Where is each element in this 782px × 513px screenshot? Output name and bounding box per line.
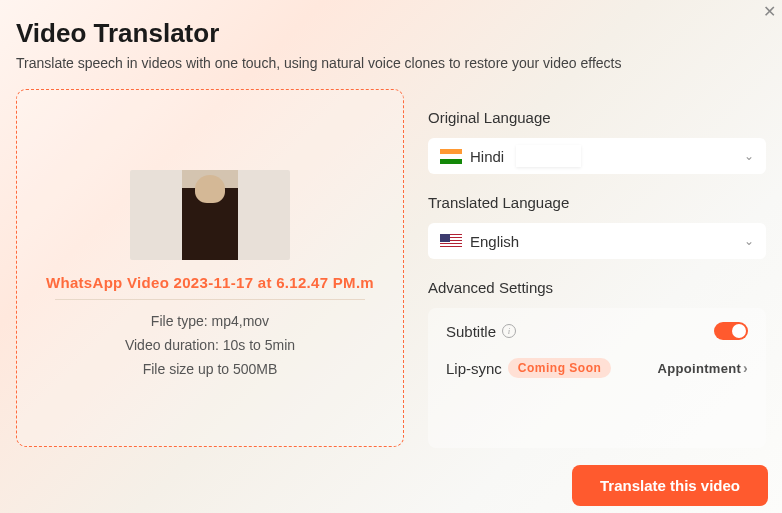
close-icon[interactable]: ✕ [763,4,776,20]
translate-button[interactable]: Translate this video [572,465,768,506]
file-type-info: File type: mp4,mov [151,310,269,334]
original-language-label: Original Language [428,109,766,126]
chevron-right-icon: › [743,360,748,376]
flag-india-icon [440,149,462,164]
appointment-label: Appointment [658,361,741,376]
size-info: File size up to 500MB [143,358,278,382]
divider [55,299,365,300]
overlay-box [516,145,581,167]
chevron-down-icon: ⌄ [744,234,754,248]
translated-language-dropdown[interactable]: English ⌄ [428,223,766,259]
filename: WhatsApp Video 2023-11-17 at 6.12.47 PM.… [17,274,403,291]
translated-language-value: English [470,233,519,250]
subtitle-label: Subtitle [446,323,496,340]
page-title: Video Translator [16,18,766,49]
appointment-link[interactable]: Appointment › [658,360,748,376]
advanced-settings-panel: Subtitle i Lip-sync Coming Soon Appointm… [428,308,766,448]
page-subtitle: Translate speech in videos with one touc… [16,55,766,71]
info-icon[interactable]: i [502,324,516,338]
flag-us-icon [440,234,462,249]
video-thumbnail [130,170,290,260]
original-language-dropdown[interactable]: Hindi ⌄ [428,138,766,174]
chevron-down-icon: ⌄ [744,149,754,163]
upload-area[interactable]: WhatsApp Video 2023-11-17 at 6.12.47 PM.… [16,89,404,447]
original-language-value: Hindi [470,148,504,165]
duration-info: Video duration: 10s to 5min [125,334,295,358]
subtitle-toggle[interactable] [714,322,748,340]
coming-soon-badge: Coming Soon [508,358,612,378]
translated-language-label: Translated Language [428,194,766,211]
advanced-settings-label: Advanced Settings [428,279,766,296]
lipsync-label: Lip-sync [446,360,502,377]
